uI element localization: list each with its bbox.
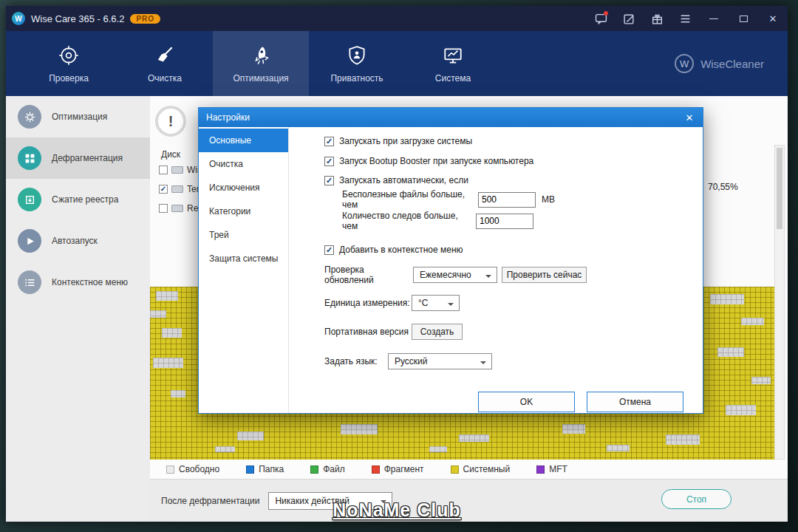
disk-checkbox[interactable]: ✓ (159, 185, 168, 194)
nav-tab-system[interactable]: Система (405, 31, 501, 96)
play-icon (18, 229, 41, 253)
create-portable-button[interactable]: Создать (412, 324, 463, 340)
legend-item: Системный (451, 464, 511, 474)
free-space-patch (607, 445, 630, 451)
option-context-menu[interactable]: ✓ Добавить в контекстное меню (324, 242, 463, 258)
tab-tray[interactable]: Трей (199, 223, 288, 247)
free-space-patch (459, 434, 489, 442)
maximize-button[interactable] (729, 6, 758, 31)
pro-badge: PRO (130, 14, 160, 24)
option-language: Задать язык: Русский (324, 353, 492, 369)
free-space-patch (156, 291, 178, 301)
free-space-patch (562, 424, 585, 434)
nav-label: Приватность (330, 73, 383, 83)
sidebar-label: Автозапуск (52, 236, 98, 246)
sidebar-item-autostart[interactable]: Автозапуск (6, 220, 150, 262)
nav-label: Проверка (49, 73, 89, 83)
dialog-close-icon[interactable]: ✕ (676, 108, 703, 127)
settings-dialog: Настройки ✕ Основные Очистка Исключения … (198, 107, 703, 414)
checkbox[interactable]: ✓ (324, 137, 334, 146)
map-scrollbar[interactable] (774, 145, 785, 460)
free-space-patch (162, 328, 182, 338)
option-updates: Проверка обновлений Ежемесячно Проверить… (324, 267, 587, 283)
alert-icon: ! (155, 106, 186, 137)
menu-icon[interactable] (671, 6, 699, 31)
checkbox[interactable]: ✓ (324, 245, 334, 255)
dialog-title: Настройки (206, 112, 250, 123)
disk-checkbox[interactable] (159, 166, 168, 174)
sidebar-item-defrag[interactable]: Дефрагментация (6, 137, 150, 179)
dialog-titlebar: Настройки ✕ (199, 108, 703, 127)
settings-tabs: Основные Очистка Исключения Категории Тр… (199, 127, 289, 413)
tab-general[interactable]: Основные (199, 129, 288, 152)
traces-input[interactable] (476, 214, 533, 229)
nav-label: Оптимизация (233, 73, 288, 83)
legend-item: Свободно (166, 464, 219, 474)
nav-label: Очистка (148, 73, 182, 83)
close-button[interactable]: ✕ (758, 6, 788, 31)
list-icon (18, 270, 41, 294)
useless-files-input[interactable] (478, 192, 536, 208)
free-space-patch (710, 294, 744, 304)
cancel-button[interactable]: Отмена (587, 392, 683, 412)
brand: W WiseCleaner (675, 31, 764, 96)
disk-column-header: Диск (161, 149, 180, 160)
check-now-button[interactable]: Проверить сейчас (502, 267, 587, 283)
brand-logo-icon: W (675, 54, 694, 73)
nav-tab-cleaner[interactable]: Очистка (117, 31, 213, 96)
free-space-patch (666, 434, 700, 445)
language-select[interactable]: Русский (388, 353, 492, 369)
option-useless-files: Бесполезные файлы больше, чем MB (342, 191, 555, 208)
sidebar-item-optimization[interactable]: Оптимизация (6, 96, 150, 137)
nav-tab-tuneup[interactable]: Оптимизация (213, 31, 309, 96)
tab-categories[interactable]: Категории (199, 200, 288, 223)
checkbox[interactable]: ✓ (324, 157, 334, 166)
temperature-unit-select[interactable]: °C (412, 295, 460, 311)
brand-name: WiseCleaner (700, 58, 764, 70)
scrollbar-thumb[interactable] (777, 148, 782, 229)
legend-item: Файл (310, 464, 345, 474)
option-run-at-boot[interactable]: ✓ Запускать при загрузке системы (324, 133, 472, 149)
broom-icon (154, 44, 176, 66)
free-space-patch (726, 405, 756, 415)
disk-checkbox[interactable] (159, 204, 168, 213)
legend-swatch-file (310, 466, 318, 474)
edit-feedback-icon[interactable] (615, 6, 643, 31)
free-space-patch (741, 318, 764, 325)
ok-button[interactable]: OK (478, 392, 575, 412)
sidebar-label: Дефрагментация (52, 153, 123, 163)
nav-tab-checkup[interactable]: Проверка (21, 31, 117, 96)
free-space-patch (341, 424, 378, 434)
legend-item: MFT (536, 464, 567, 474)
tab-cleanup[interactable]: Очистка (199, 152, 288, 176)
update-frequency-select[interactable]: Ежемесячно (413, 267, 497, 283)
after-defrag-label: После дефрагментации (161, 496, 259, 506)
tab-exclusions[interactable]: Исключения (199, 176, 288, 200)
messages-icon[interactable] (587, 6, 615, 31)
option-auto-run[interactable]: ✓ Запускать автоматически, если (324, 172, 468, 188)
sidebar-item-registry-compress[interactable]: Сжатие реестра (6, 179, 150, 220)
app-logo-icon: W (12, 12, 25, 25)
watermark: NoNaMe Club (332, 499, 461, 521)
legend-swatch-mft (536, 466, 545, 474)
option-portable: Портативная версия Создать (324, 324, 463, 340)
stop-button[interactable]: Стоп (661, 489, 732, 509)
checkbox[interactable]: ✓ (324, 176, 334, 185)
free-space-patch (150, 310, 166, 318)
tab-system-protection[interactable]: Защита системы (199, 247, 288, 270)
gift-icon[interactable] (643, 6, 671, 31)
free-space-patch (215, 446, 235, 452)
titlebar-actions: ✕ (587, 6, 788, 31)
legend-swatch-free (166, 466, 174, 474)
minimize-button[interactable] (699, 6, 729, 31)
sidebar-label: Сжатие реестра (52, 194, 118, 205)
free-space-patch (171, 390, 185, 398)
option-traces: Количество следов больше, чем (342, 213, 533, 229)
titlebar: W Wise Care 365 - 6.6.2 PRO ✕ (6, 6, 788, 31)
option-bootup-booster[interactable]: ✓ Запуск Bootup Booster при запуске комп… (324, 153, 533, 169)
notification-dot (604, 11, 608, 16)
sidebar-item-context-menu[interactable]: Контекстное меню (6, 262, 150, 303)
nav-tab-privacy[interactable]: Приватность (309, 31, 405, 96)
legend-item: Фрагмент (372, 464, 424, 474)
monitor-icon (442, 44, 464, 66)
